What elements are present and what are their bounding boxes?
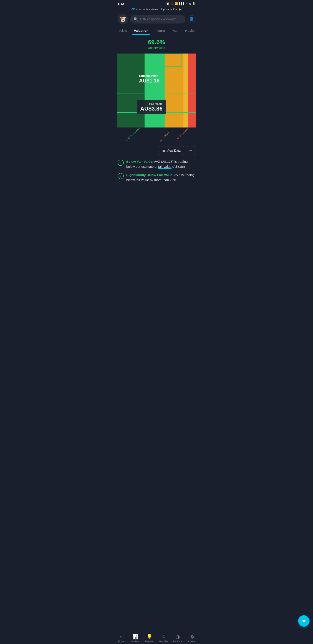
grid-icon: ⊞ xyxy=(162,149,165,152)
gold-light-segment xyxy=(183,54,188,128)
tab-future[interactable]: Future xyxy=(152,26,168,35)
wifi-icon: 📶 xyxy=(175,2,178,5)
markets-icon: 📊 xyxy=(132,634,138,640)
label-about-right: About Right xyxy=(159,131,170,142)
highlight-below-fair: Below Fair Value: xyxy=(126,160,153,164)
battery-text: 47% xyxy=(186,2,191,5)
portfolios-icon: ◑ xyxy=(176,634,180,640)
valuation-header: 69.6% Undervalued xyxy=(114,35,199,51)
app-logo[interactable]: 🐮 xyxy=(118,14,128,24)
user-icon: 👤 xyxy=(189,17,194,22)
nav-home[interactable]: ⌂ Home xyxy=(116,634,127,643)
more-options-button[interactable]: ··· xyxy=(186,146,195,155)
screener-icon: ◎ xyxy=(190,634,194,640)
nav-watchlist-label: Watchlist xyxy=(159,640,168,643)
main-content: 69.6% Undervalued Current Price AU$1.18 xyxy=(114,35,199,208)
chart-labels: 20% Undervalued About Right 20% Overvalu… xyxy=(114,130,199,143)
nav-portfolios[interactable]: ◑ Portfolios xyxy=(172,634,183,643)
tab-dividends[interactable]: Dividend xyxy=(198,26,199,35)
search-bar[interactable]: 🔍 xyxy=(130,15,185,24)
top-banner: 0/5 companies viewed Upgrade Plan ▶ xyxy=(114,6,199,12)
action-bar: ⊞ View Data ··· xyxy=(114,143,199,158)
nav-discover-label: Discover xyxy=(145,640,154,643)
spacer xyxy=(114,186,199,208)
status-bar: 1:32 ⏰ 📞 📶 ▌▌▌ 47% 🔋 xyxy=(114,0,199,6)
battery-icon: 🔋 xyxy=(192,2,195,5)
valuation-chart: Current Price AU$1.18 Fair Value AU$3.86 xyxy=(117,54,196,128)
fair-value-indicator-box xyxy=(145,54,182,66)
current-price-label: Current Price xyxy=(139,74,160,78)
label-undervalued: 20% Undervalued xyxy=(125,126,140,142)
nav-discover[interactable]: 💡 Discover xyxy=(144,634,155,643)
info-card-sig-below: ✓ Significantly Below Fair Value: AVZ is… xyxy=(118,172,195,182)
status-time: 1:32 xyxy=(118,2,124,6)
alarm-icon: ⏰ xyxy=(166,2,169,5)
check-icon-2: ✓ xyxy=(118,173,124,179)
viewed-count: 0/5 xyxy=(131,8,135,11)
tab-overview[interactable]: rview xyxy=(116,26,130,35)
info-text-below-fair: Below Fair Value: AVZ (A$1.18) is tradin… xyxy=(126,159,195,169)
fair-value-value: AU$3.86 xyxy=(140,105,163,112)
nav-screener-label: Screener xyxy=(187,640,196,643)
dark-green-segment xyxy=(117,54,145,128)
fair-value-box: Fair Value AU$3.86 xyxy=(137,100,166,114)
view-data-button[interactable]: ⊞ View Data xyxy=(159,146,184,155)
info-card-below-fair: ✓ Below Fair Value: AVZ (A$1.18) is trad… xyxy=(118,159,195,169)
tab-health[interactable]: Health xyxy=(182,26,198,35)
nav-portfolios-label: Portfolios xyxy=(173,640,182,643)
status-icons: ⏰ 📞 📶 ▌▌▌ 47% 🔋 xyxy=(166,2,195,5)
nav-markets[interactable]: 📊 Markets xyxy=(130,634,141,643)
current-price-box: Current Price AU$1.18 xyxy=(139,74,160,84)
banner-text: 0/5 companies viewed xyxy=(131,8,160,11)
bottom-nav: ⌂ Home 📊 Markets 💡 Discover ☆ Watchlist … xyxy=(114,632,199,644)
nav-screener[interactable]: ◎ Screener xyxy=(186,634,198,643)
label-overvalued: 20% Overvalued xyxy=(174,128,188,142)
valuation-percent: 69.6% xyxy=(118,39,195,46)
call-icon: 📞 xyxy=(170,2,174,5)
nav-watchlist[interactable]: ☆ Watchlist xyxy=(158,634,169,643)
info-cards: ✓ Below Fair Value: AVZ (A$1.18) is trad… xyxy=(114,158,199,186)
info-text-sig-below: Significantly Below Fair Value: AVZ is t… xyxy=(126,172,195,182)
highlight-sig-below: Significantly Below Fair Value: xyxy=(126,173,174,177)
fair-value-label: Fair Value xyxy=(140,102,163,105)
watchlist-icon: ☆ xyxy=(162,634,166,640)
current-price-value: AU$1.18 xyxy=(139,78,160,84)
home-icon: ⌂ xyxy=(120,634,123,640)
check-icon-1: ✓ xyxy=(118,160,124,166)
profile-button[interactable]: 👤 xyxy=(188,15,195,23)
nav-markets-label: Markets xyxy=(131,640,139,643)
search-icon: 🔍 xyxy=(134,17,138,21)
tab-bar: rview Valuation Future Past Health Divid… xyxy=(114,26,199,35)
upgrade-button[interactable]: Upgrade Plan ▶ xyxy=(161,8,182,11)
tab-past[interactable]: Past xyxy=(168,26,182,35)
signal-icon: ▌▌▌ xyxy=(179,2,185,5)
valuation-label: Undervalued xyxy=(118,46,195,50)
discover-icon: 💡 xyxy=(146,634,152,640)
nav-home-label: Home xyxy=(118,640,124,643)
search-input[interactable] xyxy=(140,18,182,21)
header: 🐮 🔍 👤 xyxy=(114,12,199,26)
tab-valuation[interactable]: Valuation xyxy=(130,26,152,35)
divider-mid xyxy=(117,94,196,94)
red-segment xyxy=(188,54,196,128)
